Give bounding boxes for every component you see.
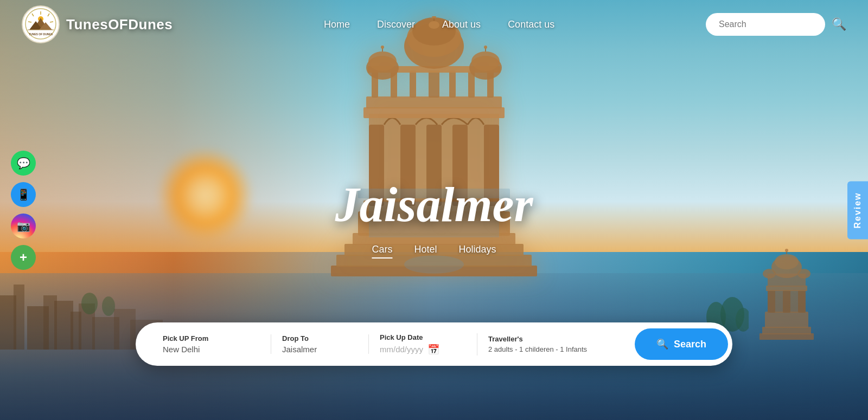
- date-field[interactable]: Pick Up Date mm/dd/yyyy 📅: [369, 333, 477, 356]
- nav-contact[interactable]: Contact us: [508, 19, 554, 30]
- travellers-field[interactable]: Traveller's 2 adults - 1 childeren - 1 I…: [477, 335, 629, 353]
- instagram-button[interactable]: 📷: [11, 214, 36, 238]
- sun-glow: [156, 147, 254, 244]
- travellers-value: 2 adults - 1 childeren - 1 Infants: [488, 345, 618, 353]
- whatsapp-icon: 💬: [17, 157, 30, 170]
- svg-text:TUNES OF DUNES: TUNES OF DUNES: [29, 33, 53, 36]
- dropto-value: Jaisalmer: [282, 345, 358, 354]
- svg-rect-24: [363, 107, 505, 118]
- nav-links: Home Discover About us Contact us: [173, 19, 706, 30]
- hero-title: Jaisalmer: [335, 177, 533, 232]
- svg-rect-52: [762, 327, 811, 334]
- logo-circle: TUNES OF DUNES: [22, 5, 60, 43]
- more-icon: +: [20, 250, 27, 265]
- review-tab[interactable]: Review: [847, 181, 868, 239]
- pickup-value: New Delhi: [163, 345, 260, 354]
- date-label: Pick Up Date: [380, 333, 466, 341]
- pickup-label: Pick UP From: [163, 334, 260, 343]
- svg-rect-56: [783, 290, 790, 313]
- social-buttons: 💬 📱 📷 +: [11, 151, 36, 270]
- nav-search-input[interactable]: [706, 13, 825, 36]
- svg-rect-4: [54, 301, 73, 350]
- svg-point-65: [797, 269, 810, 279]
- svg-rect-55: [768, 290, 775, 313]
- navbar: TUNES OF DUNES TunesOFDunes Home Discove…: [0, 0, 868, 49]
- whatsapp-button[interactable]: 💬: [11, 151, 36, 176]
- svg-rect-1: [14, 285, 24, 350]
- hero-section: TUNES OF DUNES TunesOFDunes Home Discove…: [0, 0, 868, 420]
- instagram-icon: 📷: [17, 219, 30, 232]
- svg-rect-28: [410, 70, 416, 98]
- brand-name: TunesOFDunes: [66, 16, 173, 33]
- svg-point-10: [81, 293, 98, 314]
- svg-point-41: [368, 51, 397, 71]
- svg-point-61: [775, 254, 799, 269]
- tab-cars[interactable]: Cars: [372, 244, 392, 259]
- svg-rect-53: [765, 312, 808, 328]
- svg-point-11: [102, 296, 115, 316]
- calendar-icon: 📅: [427, 344, 439, 356]
- date-placeholder: mm/dd/yyyy: [380, 345, 423, 354]
- pickup-field[interactable]: Pick UP From New Delhi: [152, 334, 271, 354]
- logo-inner: TUNES OF DUNES: [25, 8, 56, 41]
- svg-point-45: [471, 51, 500, 71]
- dropto-field[interactable]: Drop To Jaisalmer: [271, 334, 369, 354]
- logo-area[interactable]: TUNES OF DUNES TunesOFDunes: [22, 5, 173, 43]
- search-button[interactable]: 🔍 Search: [635, 328, 728, 360]
- nav-home[interactable]: Home: [324, 19, 350, 30]
- svg-rect-25: [366, 96, 502, 108]
- svg-line-74: [28, 22, 31, 22]
- review-tab-label: Review: [853, 192, 862, 228]
- travellers-label: Traveller's: [488, 335, 618, 343]
- nav-search-area: 🔍: [706, 13, 846, 36]
- search-button-label: Search: [674, 339, 706, 350]
- search-button-icon: 🔍: [656, 338, 668, 350]
- svg-rect-29: [429, 70, 439, 98]
- search-bar: Pick UP From New Delhi Drop To Jaisalmer…: [136, 322, 732, 366]
- svg-rect-30: [449, 70, 456, 98]
- svg-point-63: [785, 249, 788, 252]
- dropto-label: Drop To: [282, 334, 358, 343]
- more-button[interactable]: +: [11, 245, 36, 270]
- svg-point-64: [763, 269, 776, 279]
- nav-discover[interactable]: Discover: [377, 19, 415, 30]
- svg-rect-57: [798, 290, 806, 313]
- phone-icon: 📱: [17, 188, 30, 201]
- tab-hotel[interactable]: Hotel: [414, 244, 437, 259]
- nav-search-icon[interactable]: 🔍: [832, 17, 846, 31]
- right-monument-svg: [749, 247, 825, 355]
- phone-button[interactable]: 📱: [11, 182, 36, 207]
- tab-holidays[interactable]: Holidays: [459, 244, 496, 259]
- tab-bar: Cars Hotel Holidays: [372, 244, 496, 259]
- nav-about[interactable]: About us: [442, 19, 481, 30]
- svg-line-72: [50, 22, 53, 22]
